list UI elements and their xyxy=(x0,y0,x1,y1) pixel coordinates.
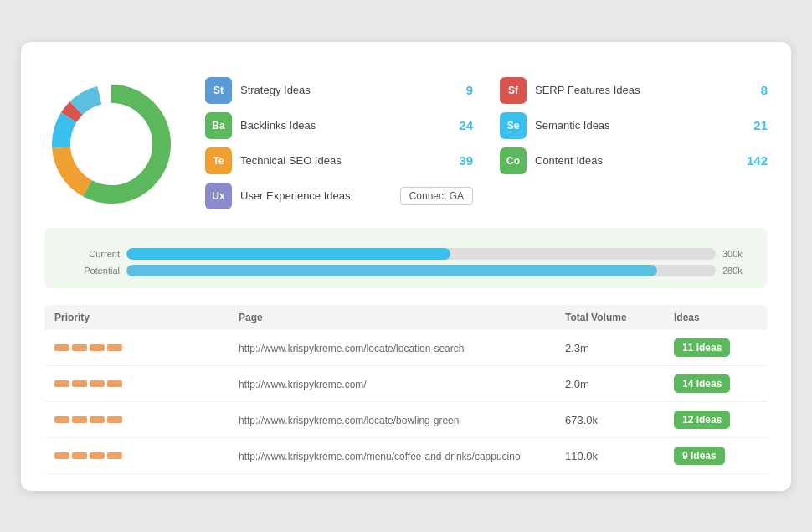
top-section: StStrategy Ideas9SfSERP Features Ideas8B… xyxy=(44,77,768,211)
bar-row-0: Current300k xyxy=(76,248,753,260)
legend-badge-1: Sf xyxy=(500,77,527,104)
bar-label-1: Potential xyxy=(76,266,120,276)
priority-bar xyxy=(107,452,122,459)
ideas-badge[interactable]: 9 Ideas xyxy=(674,447,725,465)
page-url: http://www.krispykreme.com/locate/bowlin… xyxy=(239,415,459,426)
legend-label-4: Technical SEO Ideas xyxy=(240,154,445,167)
volume-text: 2.3m xyxy=(565,342,589,354)
legend-item-1: SfSERP Features Ideas8 xyxy=(500,77,768,104)
page-url-cell: http://www.krispykreme.com/ xyxy=(239,376,565,391)
priority-bar xyxy=(54,452,69,459)
page-url-cell: http://www.krispykreme.com/menu/coffee-a… xyxy=(239,448,565,463)
table-body: http://www.krispykreme.com/locate/locati… xyxy=(44,330,768,474)
legend-grid: StStrategy Ideas9SfSERP Features Ideas8B… xyxy=(205,77,768,209)
priority-bar xyxy=(72,416,87,423)
bar-fill-0 xyxy=(126,248,450,260)
legend-badge-0: St xyxy=(205,77,232,104)
priority-cell xyxy=(54,452,239,459)
page-url-cell: http://www.krispykreme.com/locate/bowlin… xyxy=(239,412,565,427)
priority-cell xyxy=(54,416,239,423)
table-row: http://www.krispykreme.com/menu/coffee-a… xyxy=(44,438,768,474)
traffic-inner: Current300kPotential280k xyxy=(59,248,753,276)
volume-text: 673.0k xyxy=(565,414,598,426)
ideas-table: PriorityPageTotal VolumeIdeas http://www… xyxy=(44,305,768,474)
legend-item-0: StStrategy Ideas9 xyxy=(205,77,473,104)
page-url: http://www.krispykreme.com/menu/coffee-a… xyxy=(239,451,521,462)
table-header-page: Page xyxy=(239,312,565,323)
table-row: http://www.krispykreme.com/2.0m14 Ideas xyxy=(44,366,768,402)
ideas-cell: 14 Ideas xyxy=(674,374,758,393)
legend-badge-3: Se xyxy=(500,112,527,139)
legend-badge-2: Ba xyxy=(205,112,232,139)
priority-cell xyxy=(54,344,239,351)
priority-bar xyxy=(54,344,69,351)
volume-cell: 673.0k xyxy=(565,412,674,427)
ideas-badge[interactable]: 12 Ideas xyxy=(674,411,730,429)
legend-count-3: 21 xyxy=(748,118,768,132)
priority-bar xyxy=(107,416,122,423)
table-header-priority: Priority xyxy=(54,312,239,323)
priority-bar xyxy=(72,344,87,351)
bar-val-1: 280k xyxy=(722,266,753,276)
bar-fill-1 xyxy=(126,265,657,276)
legend-item-6: UxUser Experience IdeasConnect GA xyxy=(205,183,473,209)
priority-bar xyxy=(72,452,87,459)
ideas-cell: 9 Ideas xyxy=(674,447,758,465)
legend-count-5: 142 xyxy=(747,153,768,168)
volume-text: 110.0k xyxy=(565,450,598,462)
bar-track-0 xyxy=(126,248,716,260)
volume-cell: 2.0m xyxy=(565,376,674,391)
table-header-total-volume: Total Volume xyxy=(565,312,674,323)
legend-item-2: BaBacklinks Ideas24 xyxy=(205,112,473,139)
legend-label-5: Content Ideas xyxy=(535,154,738,167)
ideas-badge[interactable]: 14 Ideas xyxy=(674,374,730,393)
legend-badge-5: Co xyxy=(500,147,527,174)
legend-item-5: CoContent Ideas142 xyxy=(500,147,768,174)
traffic-bars: Current300kPotential280k xyxy=(76,248,753,276)
legend-label-2: Backlinks Ideas xyxy=(240,119,445,132)
priority-bar xyxy=(54,416,69,423)
legend-label-3: Semantic Ideas xyxy=(535,119,739,132)
priority-bar xyxy=(72,380,87,387)
legend-label-0: Strategy Ideas xyxy=(240,84,445,96)
priority-bars xyxy=(54,416,239,423)
bar-val-0: 300k xyxy=(722,249,753,259)
legend-badge-6: Ux xyxy=(205,183,232,209)
priority-bar xyxy=(90,344,105,351)
bar-track-1 xyxy=(126,265,716,276)
priority-bar xyxy=(90,416,105,423)
ideas-cell: 11 Ideas xyxy=(674,338,758,357)
legend-item-3: SeSemantic Ideas21 xyxy=(500,112,768,139)
volume-cell: 2.3m xyxy=(565,340,674,355)
legend-label-6: User Experience Ideas xyxy=(240,189,392,202)
priority-bars xyxy=(54,344,239,351)
page-url: http://www.krispykreme.com/ xyxy=(239,379,367,390)
table-header-ideas: Ideas xyxy=(674,312,758,323)
bar-row-1: Potential280k xyxy=(76,265,753,276)
priority-bar xyxy=(54,380,69,387)
legend-count-0: 9 xyxy=(453,83,473,97)
priority-cell xyxy=(54,380,239,387)
ideas-badge[interactable]: 11 Ideas xyxy=(674,338,730,357)
legend-item-4: TeTechnical SEO Ideas39 xyxy=(205,147,473,174)
legend-label-1: SERP Features Ideas xyxy=(535,84,739,96)
priority-bars xyxy=(54,380,239,387)
connect-ga-button[interactable]: Connect GA xyxy=(400,187,473,205)
bar-label-0: Current xyxy=(76,249,120,259)
table-row: http://www.krispykreme.com/locate/bowlin… xyxy=(44,402,768,438)
legend-count-2: 24 xyxy=(453,118,473,132)
legend-count-1: 8 xyxy=(748,83,768,97)
page-url-cell: http://www.krispykreme.com/locate/locati… xyxy=(239,340,565,355)
volume-text: 2.0m xyxy=(565,378,589,390)
priority-bar xyxy=(107,344,122,351)
traffic-section: Current300kPotential280k xyxy=(44,228,768,288)
priority-bar xyxy=(90,452,105,459)
priority-bar xyxy=(107,380,122,387)
page-url: http://www.krispykreme.com/locate/locati… xyxy=(239,343,464,354)
main-card: StStrategy Ideas9SfSERP Features Ideas8B… xyxy=(21,42,791,491)
legend-count-4: 39 xyxy=(453,153,473,168)
legend-badge-4: Te xyxy=(205,147,232,174)
table-row: http://www.krispykreme.com/locate/locati… xyxy=(44,330,768,366)
priority-bars xyxy=(54,452,239,459)
table-header: PriorityPageTotal VolumeIdeas xyxy=(44,305,768,330)
